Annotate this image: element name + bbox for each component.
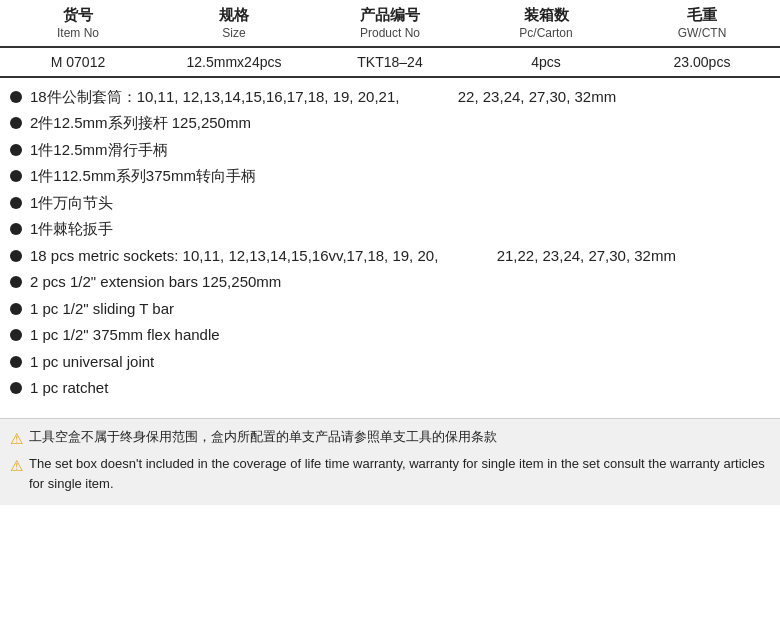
table-data-row: M 0701212.5mmx24pcsTKT18–244pcs23.00pcs — [0, 48, 780, 78]
bullet-dot-icon — [10, 382, 22, 394]
warning-text: 工具空盒不属于终身保用范围，盒内所配置的单支产品请参照单支工具的保用条款 — [29, 427, 497, 447]
bullet-text: 18件公制套筒：10,11, 12,13,14,15,16,17,18, 19,… — [30, 86, 770, 109]
list-item: 1件112.5mm系列375mm转向手柄 — [10, 165, 770, 188]
warning-triangle-icon: ⚠ — [10, 428, 23, 451]
list-item: 1件棘轮扳手 — [10, 218, 770, 241]
bullet-dot-icon — [10, 197, 22, 209]
warning-line: ⚠工具空盒不属于终身保用范围，盒内所配置的单支产品请参照单支工具的保用条款 — [10, 427, 770, 451]
data-cell-4: 23.00pcs — [624, 54, 780, 70]
list-item: 1 pc universal joint — [10, 351, 770, 374]
data-cell-2: TKT18–24 — [312, 54, 468, 70]
warning-text: The set box doesn't included in the cove… — [29, 454, 770, 493]
list-item: 1 pc 1/2" sliding T bar — [10, 298, 770, 321]
table-header: 货号Item No规格Size产品编号Product No装箱数Pc/Carto… — [0, 0, 780, 48]
content-area: 18件公制套筒：10,11, 12,13,14,15,16,17,18, 19,… — [0, 78, 780, 412]
bullet-text: 2件12.5mm系列接杆 125,250mm — [30, 112, 770, 135]
bullet-dot-icon — [10, 144, 22, 156]
bullet-text: 1件万向节头 — [30, 192, 770, 215]
data-cell-3: 4pcs — [468, 54, 624, 70]
bullet-dot-icon — [10, 250, 22, 262]
bullet-dot-icon — [10, 356, 22, 368]
warning-line: ⚠The set box doesn't included in the cov… — [10, 454, 770, 493]
bullet-dot-icon — [10, 276, 22, 288]
list-item: 1件万向节头 — [10, 192, 770, 215]
header-col-2: 产品编号Product No — [312, 4, 468, 42]
list-item: 18 pcs metric sockets: 10,11, 12,13,14,1… — [10, 245, 770, 268]
bullet-list: 18件公制套筒：10,11, 12,13,14,15,16,17,18, 19,… — [10, 86, 770, 400]
bullet-dot-icon — [10, 170, 22, 182]
bullet-dot-icon — [10, 223, 22, 235]
bullet-text: 2 pcs 1/2" extension bars 125,250mm — [30, 271, 770, 294]
header-col-4: 毛重GW/CTN — [624, 4, 780, 42]
data-cell-1: 12.5mmx24pcs — [156, 54, 312, 70]
bullet-text: 1 pc ratchet — [30, 377, 770, 400]
bullet-text: 1 pc 1/2" 375mm flex handle — [30, 324, 770, 347]
warning-triangle-icon: ⚠ — [10, 455, 23, 478]
header-col-3: 装箱数Pc/Carton — [468, 4, 624, 42]
list-item: 2 pcs 1/2" extension bars 125,250mm — [10, 271, 770, 294]
list-item: 1 pc ratchet — [10, 377, 770, 400]
bullet-text: 1 pc universal joint — [30, 351, 770, 374]
bullet-text: 1件12.5mm滑行手柄 — [30, 139, 770, 162]
header-col-0: 货号Item No — [0, 4, 156, 42]
bullet-text: 1件112.5mm系列375mm转向手柄 — [30, 165, 770, 188]
bullet-dot-icon — [10, 303, 22, 315]
bullet-dot-icon — [10, 329, 22, 341]
list-item: 1 pc 1/2" 375mm flex handle — [10, 324, 770, 347]
bullet-text: 1 pc 1/2" sliding T bar — [30, 298, 770, 321]
list-item: 18件公制套筒：10,11, 12,13,14,15,16,17,18, 19,… — [10, 86, 770, 109]
bullet-text: 18 pcs metric sockets: 10,11, 12,13,14,1… — [30, 245, 770, 268]
list-item: 1件12.5mm滑行手柄 — [10, 139, 770, 162]
warning-area: ⚠工具空盒不属于终身保用范围，盒内所配置的单支产品请参照单支工具的保用条款⚠Th… — [0, 418, 780, 506]
header-col-1: 规格Size — [156, 4, 312, 42]
list-item: 2件12.5mm系列接杆 125,250mm — [10, 112, 770, 135]
data-cell-0: M 07012 — [0, 54, 156, 70]
bullet-dot-icon — [10, 117, 22, 129]
bullet-dot-icon — [10, 91, 22, 103]
bullet-text: 1件棘轮扳手 — [30, 218, 770, 241]
